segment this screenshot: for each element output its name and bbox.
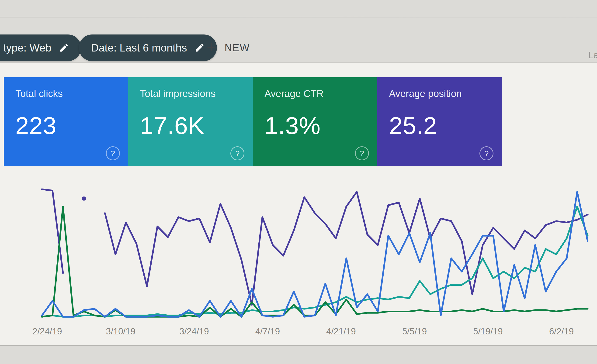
series-point-average-position [82,196,86,201]
pencil-icon [59,43,69,53]
summary-cards-row: Total clicks 223 ? Total impressions 17.… [4,77,502,166]
card-label: Average position [389,88,490,99]
average-ctr-card[interactable]: Average CTR 1.3% ? [253,77,377,166]
card-value: 17.6K [140,112,241,139]
last-updated-partial-text: La [588,50,597,60]
performance-line-chart: 2/24/193/10/193/24/194/7/194/21/195/5/19… [33,181,597,344]
total-clicks-card[interactable]: Total clicks 223 ? [4,77,128,166]
x-tick-label: 2/24/19 [33,326,62,336]
date-filter-chip[interactable]: Date: Last 6 months [79,34,217,61]
series-line-average-position [105,192,588,305]
card-value: 25.2 [389,112,490,139]
help-icon[interactable]: ? [479,146,494,160]
x-tick-label: 4/7/19 [255,326,280,336]
card-label: Total impressions [140,88,241,99]
search-console-performance-screen: type: Web Date: Last 6 months + NEW La T… [0,0,597,364]
average-position-card[interactable]: Average position 25.2 ? [377,77,502,166]
search-type-filter-chip[interactable]: type: Web [0,34,81,61]
x-tick-label: 3/10/19 [106,326,135,336]
total-impressions-card[interactable]: Total impressions 17.6K ? [128,77,253,166]
help-icon[interactable]: ? [230,146,244,160]
card-value: 223 [16,112,117,139]
help-icon[interactable]: ? [355,146,369,160]
new-filter-button[interactable]: + NEW [207,35,250,61]
card-label: Total clicks [16,88,117,99]
x-tick-label: 6/2/19 [549,326,574,336]
series-line-clicks [42,192,588,317]
pencil-icon [195,43,205,53]
card-value: 1.3% [264,112,366,139]
plus-icon: + [207,39,216,55]
x-tick-label: 3/24/19 [179,326,209,336]
date-chip-label: Date: Last 6 months [91,41,187,54]
x-tick-label: 5/5/19 [402,326,427,336]
new-button-label: NEW [225,42,250,54]
card-label: Average CTR [264,88,366,99]
x-tick-label: 4/21/19 [326,326,356,336]
screen-bezel-shadow [0,17,597,17]
help-icon[interactable]: ? [106,146,120,160]
performance-report-panel: Total clicks 223 ? Total impressions 17.… [0,63,597,346]
x-tick-label: 5/19/19 [473,326,503,336]
search-type-chip-label: type: Web [3,41,51,54]
